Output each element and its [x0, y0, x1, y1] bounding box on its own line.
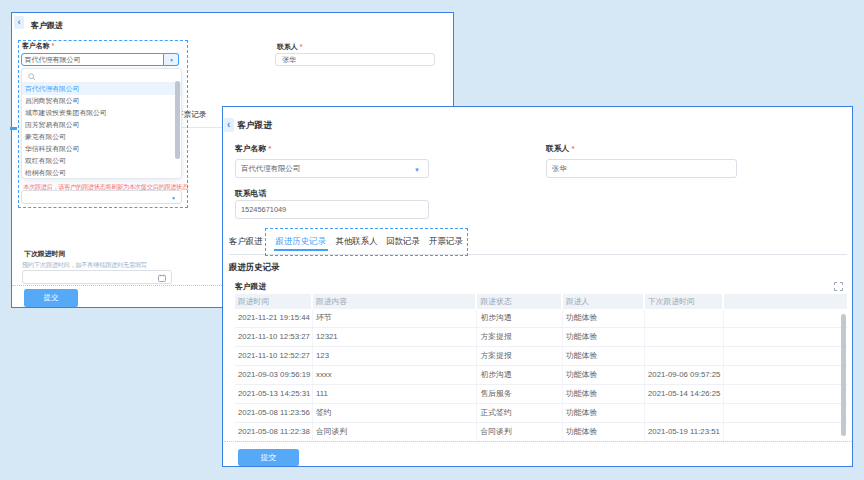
section-title: 跟进历史记录: [229, 262, 279, 273]
follow-up-form-panel-front: ‹ 客户跟进 客户名称* 百代代理有限公司▼ 联系人* 张华 联系电话 1524…: [222, 106, 853, 467]
table-cell: 12321: [313, 328, 478, 346]
dropdown-item[interactable]: 城市建设投资集团有限公司: [22, 107, 181, 119]
tab-回款记录[interactable]: 回款记录: [386, 228, 420, 254]
chevron-down-icon: ▼: [171, 196, 176, 201]
contact-input[interactable]: 张华: [546, 159, 737, 178]
dropdown-search-input[interactable]: [22, 69, 181, 83]
table-cell: 2021-05-14 14:26:25: [645, 385, 724, 403]
highlight-handle: [10, 127, 17, 130]
table-body: 2021-11-21 19:15:44环节初步沟通功能体验2021-11-10 …: [235, 309, 847, 442]
table-cell: [724, 309, 847, 327]
customer-name-label: 客户名称*: [235, 143, 271, 154]
tab-开票记录[interactable]: 开票记录: [429, 228, 463, 254]
table-cell: 售后服务: [477, 385, 563, 403]
table-cell: [724, 366, 847, 384]
back-button[interactable]: ‹: [14, 16, 24, 29]
table-cell: [724, 385, 847, 403]
follow-up-history-table: 跟进时间跟进内容跟进状态跟进人下次跟进时间 2021-11-21 19:15:4…: [235, 294, 847, 442]
table-row[interactable]: 2021-09-03 09:56:19xxxx初步沟通功能体验2021-09-0…: [235, 366, 847, 385]
column-header: 跟进内容: [313, 294, 478, 309]
contact-label: 联系人*: [546, 143, 574, 154]
table-row[interactable]: 2021-05-08 11:22:38合同谈判合同谈判功能体验2021-05-1…: [235, 423, 847, 442]
table-cell: 签约: [313, 404, 478, 422]
table-cell: [645, 328, 724, 346]
customer-dropdown: 百代代理有限公司昌润商贸有限公司城市建设投资集团有限公司国芳贸易有限公司豪克有限…: [21, 68, 182, 179]
table-row[interactable]: 2021-11-10 12:52:27123方案提报功能体验: [235, 347, 847, 366]
chevron-down-icon: ▼: [414, 167, 420, 173]
submit-button[interactable]: 提交: [238, 449, 299, 467]
table-row[interactable]: 2021-05-08 11:23:56签约正式签约功能体验: [235, 404, 847, 423]
fullscreen-icon[interactable]: [834, 282, 843, 291]
table-cell: 合同谈判: [313, 423, 478, 441]
search-icon: [28, 73, 36, 81]
table-cell: 123: [313, 347, 478, 365]
contact-label: 联系人*: [277, 42, 302, 52]
table-row[interactable]: 2021-11-21 19:15:44环节初步沟通功能体验: [235, 309, 847, 328]
next-follow-up-label: 下次跟进时间: [24, 249, 65, 259]
dropdown-item[interactable]: 国芳贸易有限公司: [22, 119, 181, 131]
table-cell: 2021-11-10 12:53:27: [235, 328, 313, 346]
tab-bar: 客户跟进跟进历史记录其他联系人回款记录开票记录: [223, 228, 852, 254]
table-cell: [645, 404, 724, 422]
table-header-row: 跟进时间跟进内容跟进状态跟进人下次跟进时间: [235, 294, 847, 309]
tab-其他联系人[interactable]: 其他联系人: [336, 228, 378, 254]
column-header: 跟进时间: [235, 294, 313, 309]
table-cell: 合同谈判: [477, 423, 563, 441]
dotted-divider: [224, 441, 852, 442]
contact-input[interactable]: 张华: [275, 53, 435, 67]
table-cell: 方案提报: [477, 328, 563, 346]
table-cell: 2021-09-06 09:57:25: [645, 366, 724, 384]
dropdown-toggle-button[interactable]: ▼: [164, 53, 179, 66]
submit-button[interactable]: 提交: [24, 289, 78, 307]
next-follow-up-date-input[interactable]: [22, 270, 172, 284]
back-button[interactable]: ‹: [224, 118, 234, 132]
column-header: [724, 294, 847, 309]
table-cell: 2021-05-19 11:23:51: [645, 423, 724, 441]
table-cell: 2021-09-03 09:56:19: [235, 366, 313, 384]
dropdown-item[interactable]: 梧桐有限公司: [22, 167, 181, 179]
follow-up-warning-text: 本次跟进后，该客户的跟进状态将刷新为本次提交后的跟进状态: [23, 183, 188, 192]
dropdown-item[interactable]: 豪克有限公司: [22, 131, 181, 143]
tab-客户跟进[interactable]: 客户跟进: [229, 228, 263, 254]
table-cell: [645, 347, 724, 365]
table-cell: [724, 423, 847, 441]
customer-name-combobox[interactable]: 百代代理有限公司 ▼: [21, 53, 179, 66]
dropdown-item[interactable]: 昌润商贸有限公司: [22, 95, 181, 107]
table-cell: 环节: [313, 309, 478, 327]
table-scrollbar[interactable]: [841, 314, 847, 436]
page-title: 客户跟进: [237, 119, 272, 132]
dropdown-item[interactable]: 华信科技有限公司: [22, 143, 181, 155]
table-cell: 功能体验: [563, 328, 645, 346]
table-cell: 方案提报: [477, 347, 563, 365]
chevron-left-icon: ‹: [18, 17, 21, 27]
table-cell: 功能体验: [563, 309, 645, 327]
column-header: 跟进状态: [477, 294, 563, 309]
table-cell: xxxx: [313, 366, 478, 384]
dropdown-item[interactable]: 双红有限公司: [22, 155, 181, 167]
tab-跟进历史记录[interactable]: 跟进历史记录: [276, 228, 326, 254]
table-cell: 111: [313, 385, 478, 403]
dropdown-item[interactable]: 百代代理有限公司: [22, 83, 181, 95]
table-cell: 功能体验: [563, 366, 645, 384]
phone-input[interactable]: 15245671049: [235, 200, 429, 219]
follow-up-status-select[interactable]: ▼: [21, 190, 182, 204]
table-cell: 初步沟通: [477, 309, 563, 327]
next-follow-up-hint: 预约下次跟进时间，如不再继续跟进则无需填写: [22, 261, 147, 270]
table-cell: 2021-05-08 11:22:38: [235, 423, 313, 441]
dropdown-scrollbar[interactable]: [175, 81, 180, 159]
table-cell: [645, 309, 724, 327]
table-cell: 2021-05-08 11:23:56: [235, 404, 313, 422]
table-row[interactable]: 2021-11-10 12:53:2712321方案提报功能体验: [235, 328, 847, 347]
page-background: ‹ 客户跟进 客户名称* 百代代理有限公司 ▼ 百代代理有限公司昌润商贸有限公司…: [0, 0, 864, 480]
page-title: 客户跟进: [31, 19, 63, 32]
table-cell: 正式签约: [477, 404, 563, 422]
table-cell: 功能体验: [563, 404, 645, 422]
customer-name-value[interactable]: 百代代理有限公司: [21, 53, 164, 66]
phone-label: 联系电话: [235, 188, 266, 199]
table-row[interactable]: 2021-05-13 14:25:31111售后服务功能体验2021-05-14…: [235, 385, 847, 404]
column-header: 跟进人: [563, 294, 645, 309]
table-cell: 2021-11-10 12:52:27: [235, 347, 313, 365]
calendar-icon: [158, 274, 166, 282]
customer-name-select[interactable]: 百代代理有限公司▼: [235, 159, 429, 178]
chevron-left-icon: ‹: [227, 119, 230, 130]
